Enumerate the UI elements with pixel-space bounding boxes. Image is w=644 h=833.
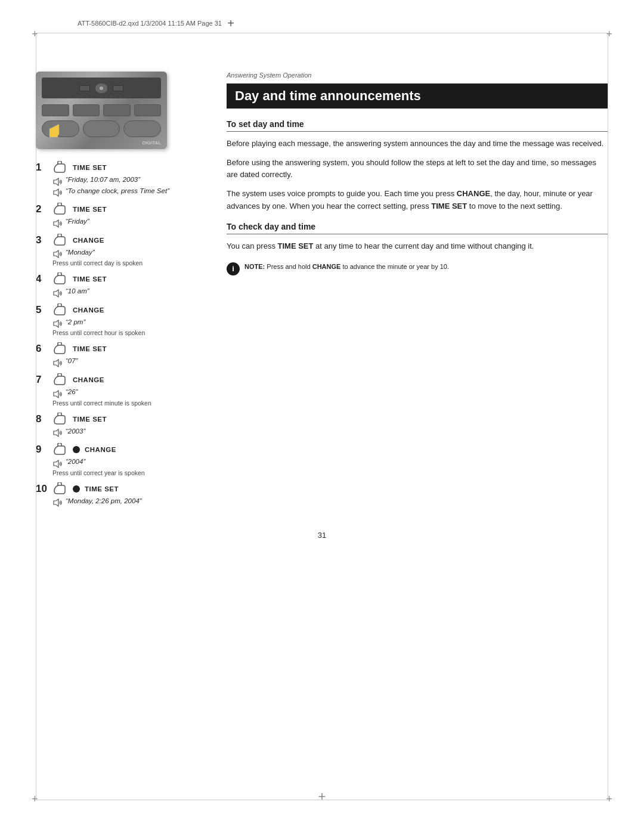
step-audio-text: “Monday”	[66, 249, 95, 256]
step-header: 9 CHANGE	[36, 443, 203, 456]
step-audio-text: “2004”	[66, 458, 85, 465]
step-number: 10	[36, 483, 49, 495]
info-icon: i	[227, 262, 240, 275]
step-number: 2	[36, 203, 49, 215]
step-note: Press until correct hour is spoken	[52, 329, 203, 336]
speaker-icon	[52, 288, 63, 298]
device-image: DIGITAL	[36, 72, 167, 149]
hand-icon	[52, 304, 68, 317]
step-action: CHANGE	[85, 446, 116, 453]
device-big-btn-2	[83, 120, 120, 137]
device-brand-label: DIGITAL	[143, 140, 161, 145]
subsection-check-day-time: To check day and time You can press TIME…	[227, 222, 608, 252]
list-item: 7 CHANGE “26”Press until correct minute …	[36, 373, 203, 407]
note-box: i NOTE: Press and hold CHANGE to advance…	[227, 262, 608, 275]
corner-crosshair-tr: +	[606, 29, 612, 39]
dot-indicator	[73, 485, 80, 493]
hand-icon	[52, 161, 68, 174]
step-note: Press until correct minute is spoken	[52, 400, 203, 407]
svg-marker-8	[54, 391, 58, 398]
steps-list: 1 TIME SET “Friday, 10:07 am, 2003” “To …	[36, 161, 203, 507]
speaker-icon	[52, 218, 63, 228]
step-audio: “2003”	[52, 428, 203, 438]
svg-marker-3	[54, 220, 58, 227]
step-number: 3	[36, 234, 49, 246]
subsection1-title: To set day and time	[227, 119, 608, 132]
speaker-icon	[52, 249, 63, 259]
svg-marker-10	[54, 460, 58, 467]
page-title: Day and time announcements	[227, 83, 608, 109]
list-item: 4 TIME SET “10 am”	[36, 272, 203, 298]
step-header: 6 TIME SET	[36, 342, 203, 355]
step-audio: “26”	[52, 388, 203, 398]
step-audio-text: “Friday, 10:07 am, 2003”	[66, 176, 140, 183]
step-audio: “Monday”	[52, 249, 203, 259]
step-header: 2 TIME SET	[36, 203, 203, 216]
border-right	[608, 33, 608, 800]
step-action: TIME SET	[73, 206, 107, 213]
step-header: 3 CHANGE	[36, 234, 203, 247]
step-audio-text: “07”	[66, 357, 78, 364]
step-audio: “Monday, 2:26 pm, 2004”	[52, 497, 203, 507]
right-column: Answering System Operation Day and time …	[227, 72, 608, 513]
svg-marker-7	[54, 360, 58, 367]
list-item: 2 TIME SET “Friday”	[36, 203, 203, 228]
speaker-icon	[52, 459, 63, 468]
speaker-icon	[52, 319, 63, 329]
pointing-hand-arrow	[45, 122, 63, 140]
svg-marker-11	[54, 499, 58, 506]
step-number: 6	[36, 343, 49, 355]
step-note: Press until correct day is spoken	[52, 259, 203, 267]
corner-crosshair-bl: +	[32, 794, 38, 804]
step-audio: “07”	[52, 357, 203, 367]
speaker-icon	[52, 498, 63, 507]
svg-marker-2	[54, 189, 58, 196]
subsection2-para: You can press TIME SET at any time to he…	[227, 240, 608, 252]
center-crosshair: +	[318, 789, 326, 804]
list-item: 1 TIME SET “Friday, 10:07 am, 2003” “To …	[36, 161, 203, 197]
left-column: DIGITAL 1 TIME SET “Friday, 10:07 am, 20…	[36, 72, 203, 513]
step-audio-text: “26”	[66, 388, 78, 395]
device-big-btn-3	[123, 120, 161, 137]
page-container: + + + + + ATT-5860CIB-d2.qxd 1/3/2004 11…	[0, 0, 644, 833]
list-item: 8 TIME SET “2003”	[36, 413, 203, 438]
step-note: Press until correct year is spoken	[52, 469, 203, 476]
hand-icon	[52, 342, 68, 355]
border-top	[36, 33, 608, 33]
corner-crosshair-br: +	[606, 794, 612, 804]
note-text: NOTE: Press and hold CHANGE to advance t…	[244, 262, 449, 272]
device-btn-2	[73, 104, 100, 116]
subsection1-para2: Before using the answering system, you s…	[227, 157, 608, 181]
list-item: 10 TIME SET “Monday, 2:26 pm, 2004”	[36, 482, 203, 507]
step-audio: “Friday”	[52, 218, 203, 228]
svg-marker-9	[54, 429, 58, 436]
device-btn-3	[103, 104, 131, 116]
step-number: 1	[36, 162, 49, 174]
step-header: 10 TIME SET	[36, 482, 203, 496]
step-audio: “2 pm”	[52, 318, 203, 329]
step-number: 9	[36, 444, 49, 456]
step-header: 4 TIME SET	[36, 272, 203, 286]
subsection1-para1: Before playing each message, the answeri…	[227, 138, 608, 150]
hand-icon	[52, 373, 68, 386]
device-btn-4	[134, 104, 162, 116]
step-number: 4	[36, 273, 49, 285]
hand-icon	[52, 234, 68, 247]
list-item: 5 CHANGE “2 pm”Press until correct hour …	[36, 304, 203, 337]
hand-icon	[52, 482, 68, 496]
step-header: 8 TIME SET	[36, 413, 203, 426]
hand-icon	[52, 443, 68, 456]
corner-crosshair-tl: +	[32, 29, 38, 39]
step-action: CHANGE	[73, 376, 104, 383]
page-number: 31	[36, 531, 608, 540]
speaker-icon	[52, 358, 63, 367]
hand-icon	[52, 413, 68, 426]
step-audio-text: “Monday, 2:26 pm, 2004”	[66, 497, 142, 504]
speaker-icon	[52, 176, 63, 186]
step-audio-text: “Friday”	[66, 218, 89, 225]
subsection1-para3: The system uses voice prompts to guide y…	[227, 188, 608, 212]
step-audio: “2004”	[52, 458, 203, 468]
speaker-icon	[52, 428, 63, 438]
svg-marker-1	[54, 178, 58, 185]
step-audio-text: “2003”	[66, 428, 85, 435]
